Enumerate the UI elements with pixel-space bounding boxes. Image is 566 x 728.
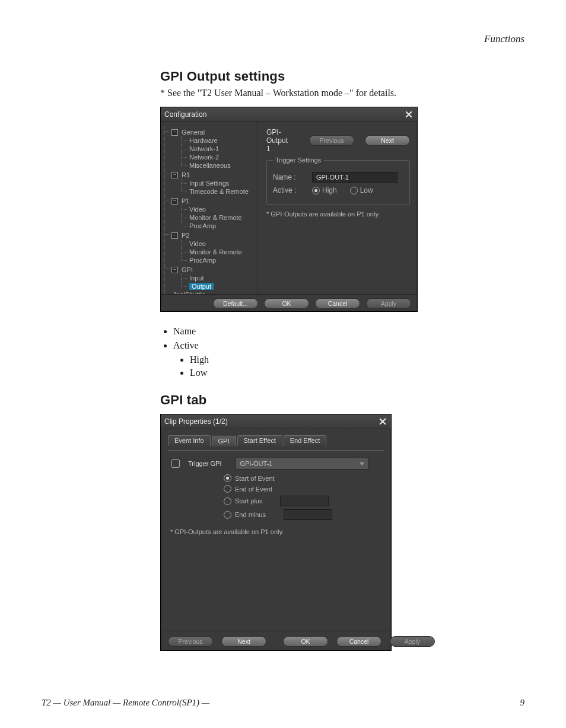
tree-network-1[interactable]: Network-1 <box>189 145 219 152</box>
tab-underline <box>168 450 384 451</box>
end-minus-field[interactable] <box>284 509 332 520</box>
see-manual-note: * See the "T2 User Manual – Workstation … <box>160 88 524 98</box>
ok-button[interactable]: OK <box>283 636 328 647</box>
gpi-availability-hint: * GPI-Outputs are available on P1 only. <box>266 210 410 218</box>
clip-properties-footer: Previous Next OK Cancel Apply <box>161 631 391 652</box>
heading-gpi-output-settings: GPI Output settings <box>160 69 524 84</box>
configuration-tree[interactable]: −General Hardware Network-1 Network-2 Mi… <box>161 122 258 294</box>
radio-on-icon <box>224 474 231 482</box>
tree-general[interactable]: General <box>182 128 205 136</box>
tree-network-2[interactable]: Network-2 <box>189 154 219 161</box>
list-item-low: Low <box>190 368 524 378</box>
radio-on-icon <box>312 187 320 194</box>
collapse-icon[interactable]: − <box>171 129 178 136</box>
tree-hardware[interactable]: Hardware <box>189 137 218 144</box>
tab-gpi[interactable]: GPI <box>212 436 236 446</box>
close-icon[interactable] <box>404 110 414 119</box>
cancel-button[interactable]: Cancel <box>315 298 360 309</box>
clip-properties-titlebar: Clip Properties (1/2) <box>161 414 391 429</box>
clip-properties-body: Event Info GPI Start Effect End Effect T… <box>161 429 391 631</box>
collapse-icon[interactable]: − <box>171 172 178 178</box>
collapse-icon[interactable]: − <box>171 232 178 239</box>
opt-label: End minus <box>235 511 266 518</box>
active-low-radio[interactable]: Low <box>350 186 373 194</box>
list-item-name: Name <box>173 326 524 337</box>
apply-button[interactable]: Apply <box>366 298 411 309</box>
tree-input-settings[interactable]: Input Settings <box>189 180 229 187</box>
radio-off-icon <box>224 485 231 493</box>
configuration-pane: GPI-Output 1 Previous Next Trigger Setti… <box>258 122 417 294</box>
previous-button[interactable]: Previous <box>309 135 354 146</box>
trigger-gpi-label: Trigger GPI <box>188 460 221 467</box>
configuration-titlebar: Configuration <box>161 107 417 122</box>
trigger-gpi-checkbox[interactable] <box>171 459 180 468</box>
collapse-icon[interactable]: − <box>171 198 178 205</box>
tree-p1-monitor-remote[interactable]: Monitor & Remote <box>189 214 242 221</box>
footer-left: T2 — User Manual — Remote Control(SP1) — <box>42 698 209 708</box>
opt-end-minus[interactable]: End minus <box>224 509 384 520</box>
tree-p1-procamp[interactable]: ProcAmp <box>189 222 216 229</box>
tree-miscellaneous[interactable]: Miscellaneous <box>189 162 231 169</box>
tab-end-effect[interactable]: End Effect <box>284 435 327 446</box>
configuration-footer: Default... OK Cancel Apply <box>161 294 417 312</box>
clip-properties-dialog: Clip Properties (1/2) Event Info GPI Sta… <box>160 414 392 651</box>
opt-label: Start of Event <box>235 475 275 482</box>
heading-gpi-tab: GPI tab <box>160 392 524 408</box>
apply-button[interactable]: Apply <box>390 636 435 647</box>
opt-label: End of Event <box>235 486 272 493</box>
clip-properties-title: Clip Properties (1/2) <box>164 417 228 426</box>
radio-off-icon <box>224 497 231 505</box>
tree-gpi-output[interactable]: Output <box>189 283 214 290</box>
clip-availability-hint: * GPI-Outputs are available on P1 only. <box>170 528 384 535</box>
default-button[interactable]: Default... <box>213 298 258 309</box>
cancel-button[interactable]: Cancel <box>336 636 381 647</box>
opt-start-of-event[interactable]: Start of Event <box>224 474 384 482</box>
field-list: Name Active High Low <box>173 326 524 378</box>
opt-start-plus[interactable]: Start plus <box>224 496 384 506</box>
content-column: GPI Output settings * See the "T2 User M… <box>160 69 524 651</box>
tree-gpi[interactable]: GPI <box>182 266 193 274</box>
name-field[interactable]: GPI-OUT-1 <box>312 172 398 183</box>
active-high-radio[interactable]: High <box>312 186 337 194</box>
collapse-icon[interactable]: − <box>171 267 178 273</box>
active-low-label: Low <box>360 186 373 194</box>
list-item-active: Active High Low <box>173 340 524 378</box>
page-number: 9 <box>520 698 525 708</box>
tree-p2-monitor-remote[interactable]: Monitor & Remote <box>189 248 242 256</box>
configuration-body: −General Hardware Network-1 Network-2 Mi… <box>161 122 417 294</box>
tab-start-effect[interactable]: Start Effect <box>237 435 282 446</box>
tree-p1-video[interactable]: Video <box>189 206 206 213</box>
opt-end-of-event[interactable]: End of Event <box>224 485 384 493</box>
next-button[interactable]: Next <box>365 135 410 146</box>
gpi-output-heading: GPI-Output 1 <box>266 128 288 153</box>
radio-off-icon <box>350 187 358 194</box>
tree-p2-video[interactable]: Video <box>189 240 206 247</box>
tree-jog-shuttle[interactable]: Jog/Shuttle <box>173 291 205 294</box>
active-high-label: High <box>322 186 337 194</box>
active-label: Active : <box>273 186 306 194</box>
configuration-dialog: Configuration −General Hardware Network-… <box>160 107 418 312</box>
page-footer: T2 — User Manual — Remote Control(SP1) —… <box>42 698 524 708</box>
trigger-settings-legend: Trigger Settings <box>273 157 323 164</box>
opt-label: Start plus <box>235 497 262 505</box>
ok-button[interactable]: OK <box>264 298 309 309</box>
tree-p2-procamp[interactable]: ProcAmp <box>189 257 216 264</box>
tab-bar: Event Info GPI Start Effect End Effect <box>168 435 384 446</box>
configuration-title: Configuration <box>164 110 206 119</box>
tree-r1[interactable]: R1 <box>182 171 190 179</box>
close-icon[interactable] <box>378 417 387 426</box>
page: Functions GPI Output settings * See the … <box>0 0 566 728</box>
next-button[interactable]: Next <box>221 636 266 647</box>
name-label: Name : <box>273 173 306 181</box>
radio-off-icon <box>224 511 231 519</box>
trigger-settings-group: Trigger Settings Name : GPI-OUT-1 Active… <box>266 157 410 205</box>
tree-gpi-input[interactable]: Input <box>189 274 203 282</box>
start-plus-field[interactable] <box>280 496 329 506</box>
tree-timecode-remote[interactable]: Timecode & Remote <box>189 188 249 195</box>
list-item-high: High <box>190 355 524 365</box>
tree-p1[interactable]: P1 <box>182 197 189 205</box>
previous-button[interactable]: Previous <box>168 636 213 647</box>
tree-p2[interactable]: P2 <box>182 231 189 240</box>
tab-event-info[interactable]: Event Info <box>168 435 211 446</box>
gpi-out-select[interactable]: GPI-OUT-1 <box>236 458 368 470</box>
